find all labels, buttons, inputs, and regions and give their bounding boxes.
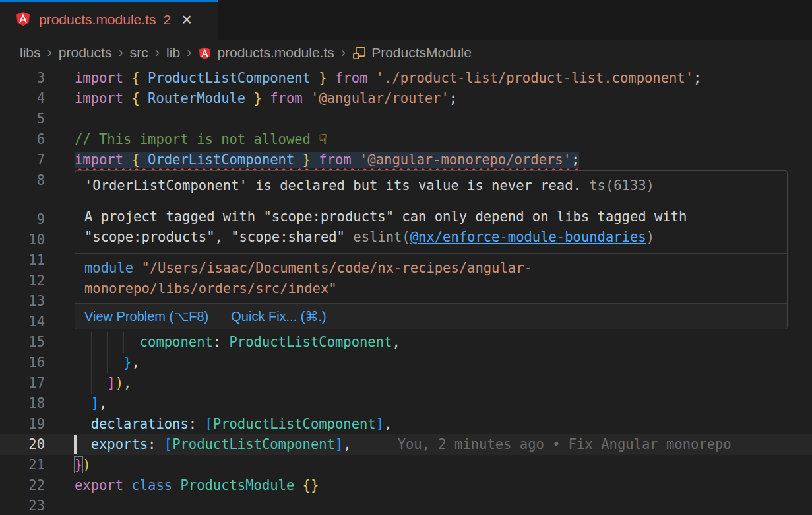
breadcrumb-item-lib[interactable]: lib	[166, 45, 180, 61]
code-line-18[interactable]: 18 ],	[0, 394, 812, 414]
code-content: },	[45, 353, 812, 373]
line-number[interactable]: 12	[0, 271, 45, 291]
code-content: // This import is not allowed ☟	[45, 129, 812, 150]
breadcrumb-item-src[interactable]: src	[130, 45, 148, 61]
indent-guide	[107, 353, 108, 373]
code-line-19[interactable]: 19 declarations: [ProductListComponent],	[0, 414, 812, 434]
indent-guide	[75, 414, 75, 434]
code-line-16[interactable]: 16 },	[0, 353, 812, 373]
code-line-6[interactable]: 6// This import is not allowed ☟	[0, 129, 812, 150]
line-number[interactable]: 6	[0, 129, 45, 150]
code-content: import { ProductListComponent } from './…	[45, 68, 812, 88]
line-number[interactable]: 9	[0, 209, 45, 230]
tab-problem-count: 2	[163, 12, 171, 28]
code-content	[45, 496, 812, 515]
code-content: export class ProductsModule {}	[45, 475, 812, 496]
code-line-22[interactable]: 22export class ProductsModule {}	[0, 475, 812, 496]
code-line-23[interactable]: 23	[0, 496, 812, 515]
code-line-3[interactable]: 3import { ProductListComponent } from '.…	[0, 68, 812, 88]
line-number[interactable]: 13	[0, 291, 45, 312]
quick-fix-action[interactable]: Quick Fix... (⌘.)	[231, 308, 326, 324]
error-squiggle-range: import { OrderListComponent } from '@ang…	[75, 152, 579, 168]
code-content: exports: [ProductListComponent],You, 2 m…	[45, 434, 812, 455]
code-line-20[interactable]: 20 exports: [ProductListComponent],You, …	[0, 434, 812, 455]
angular-icon	[15, 10, 31, 30]
line-number[interactable]: 16	[0, 353, 45, 373]
code-line-15[interactable]: 15 component: ProductListComponent,	[0, 332, 812, 353]
active-tab-indicator	[0, 0, 218, 2]
indent-guide	[75, 373, 75, 394]
line-number[interactable]: 21	[0, 455, 45, 475]
code-content: ]),	[45, 373, 812, 394]
line-number[interactable]: 7	[0, 150, 45, 170]
vscode-editor-window: products.module.ts 2 × libs › products ›…	[0, 0, 812, 515]
tab-bar: products.module.ts 2 ×	[0, 0, 812, 40]
code-line-17[interactable]: 17 ]),	[0, 373, 812, 394]
line-number[interactable]: 10	[0, 230, 45, 250]
code-content: ],	[45, 394, 812, 414]
code-content: import { RouterModule } from '@angular/r…	[45, 88, 812, 109]
chevron-right-icon: ›	[341, 44, 346, 61]
line-number[interactable]: 17	[0, 373, 45, 394]
code-line-5[interactable]: 5	[0, 109, 812, 129]
breadcrumb: libs › products › src › lib › products.m…	[0, 40, 812, 66]
text-cursor	[74, 435, 77, 454]
indent-guide	[91, 373, 92, 394]
eslint-error-message: A project tagged with "scope:products" c…	[75, 201, 787, 253]
angular-icon	[198, 46, 212, 61]
line-number[interactable]: 3	[0, 68, 45, 88]
indent-guide	[91, 332, 92, 353]
breadcrumb-item-symbol[interactable]: ProductsModule	[352, 45, 472, 61]
line-number[interactable]: 15	[0, 332, 45, 353]
tab-title: products.module.ts	[39, 12, 156, 28]
class-symbol-icon	[352, 46, 366, 60]
breadcrumb-item-products[interactable]: products	[59, 45, 112, 61]
tab-products-module[interactable]: products.module.ts 2 ×	[0, 0, 218, 40]
git-blame-annotation: You, 2 minutes ago • Fix Angular monorep…	[398, 436, 732, 452]
line-number[interactable]: 14	[0, 312, 45, 332]
breadcrumb-item-libs[interactable]: libs	[20, 45, 41, 61]
ts-error-message: 'OrderListComponent' is declared but its…	[75, 171, 787, 201]
chevron-right-icon: ›	[118, 44, 123, 61]
line-number[interactable]: 8	[0, 170, 45, 191]
code-content: import { OrderListComponent } from '@ang…	[45, 150, 812, 170]
code-content: })	[45, 455, 812, 475]
code-line-4[interactable]: 4import { RouterModule } from '@angular/…	[0, 88, 812, 109]
line-number[interactable]: 20	[0, 434, 45, 455]
close-icon[interactable]: ×	[181, 11, 192, 29]
ts-error-source: ts(6133)	[581, 178, 654, 193]
chevron-right-icon: ›	[155, 44, 160, 61]
code-line-7[interactable]: 7import { OrderListComponent } from '@an…	[0, 150, 812, 170]
indent-guide	[91, 353, 92, 373]
code-content: declarations: [ProductListComponent],	[45, 414, 812, 434]
error-hover-popup: 'OrderListComponent' is declared but its…	[75, 170, 788, 329]
hover-actions-bar: View Problem (⌥F8) Quick Fix... (⌘.)	[75, 303, 787, 329]
chevron-right-icon: ›	[187, 44, 191, 61]
indent-guide	[107, 332, 108, 353]
view-problem-action[interactable]: View Problem (⌥F8)	[84, 308, 208, 324]
eslint-rule-link[interactable]: @nx/enforce-module-boundaries	[410, 229, 646, 245]
breadcrumb-item-file[interactable]: products.module.ts	[198, 45, 334, 61]
indent-guide	[75, 394, 75, 414]
code-content	[45, 109, 812, 129]
indent-guide	[75, 353, 75, 373]
indent-guide	[123, 332, 124, 353]
line-number[interactable]: 5	[0, 109, 45, 129]
line-number[interactable]: 22	[0, 475, 45, 496]
module-path-info: module "/Users/isaac/Documents/code/nx-r…	[75, 253, 787, 303]
line-number[interactable]: 11	[0, 250, 45, 271]
indent-guide	[75, 332, 75, 353]
line-number[interactable]: 23	[0, 496, 45, 515]
line-number[interactable]: 18	[0, 394, 45, 414]
line-number[interactable]: 4	[0, 88, 45, 109]
code-line-21[interactable]: 21})	[0, 455, 812, 475]
code-content: component: ProductListComponent,	[45, 332, 812, 353]
chevron-right-icon: ›	[47, 44, 52, 61]
line-number[interactable]: 19	[0, 414, 45, 434]
